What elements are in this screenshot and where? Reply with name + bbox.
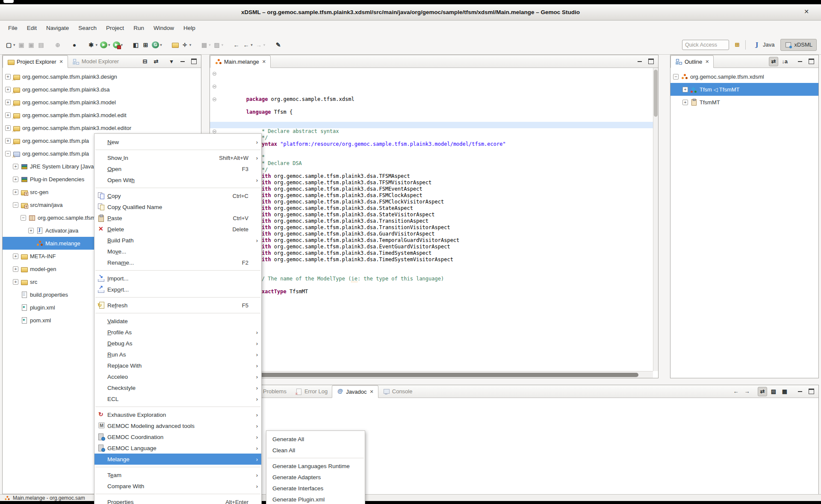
dropdown-chevron-icon[interactable]: ▾ — [160, 43, 162, 47]
expander-icon[interactable]: + — [13, 266, 18, 272]
menu-item[interactable]: Rename... F2 › — [95, 257, 261, 268]
code-editor[interactable]: package org.gemoc.sample.tfsm.xdsml lang… — [210, 68, 653, 371]
menu-item[interactable]: Exhaustive Exploration › — [95, 409, 261, 420]
menu-item[interactable]: Move... › — [95, 246, 261, 257]
menu-item[interactable]: Properties Alt+Enter › — [95, 496, 261, 504]
tree-item[interactable]: + org.gemoc.sample.tfsm.plaink3.dsa — [3, 83, 201, 96]
dropdown-chevron-icon[interactable]: ▾ — [221, 43, 224, 47]
outline-item[interactable]: − org.gemoc.sample.tfsm.xdsml — [670, 70, 818, 83]
expander-icon[interactable]: + — [13, 164, 18, 169]
minimize-button[interactable] — [635, 57, 644, 66]
menu-item[interactable]: Debug As › — [95, 338, 261, 349]
expander-icon[interactable]: + — [13, 279, 18, 285]
expander-icon[interactable]: + — [5, 112, 11, 118]
new-class-button[interactable]: G ▾ — [151, 39, 163, 50]
menu-item[interactable]: Copy Ctrl+C › — [95, 190, 261, 201]
menu-item[interactable]: Show In Shift+Alt+W › — [95, 152, 261, 163]
menu-item[interactable]: Import... › — [95, 273, 261, 284]
fold-icon[interactable] — [213, 85, 216, 88]
menubar-item[interactable]: File — [3, 22, 22, 34]
maximize-button[interactable] — [646, 57, 656, 66]
expander-icon[interactable]: + — [5, 138, 11, 144]
print-button[interactable]: ▤ — [37, 39, 46, 50]
forward-history-button[interactable]: → ▾ — [254, 39, 266, 50]
submenu-item[interactable]: Clean All — [266, 445, 365, 456]
expander-icon[interactable]: − — [21, 215, 26, 221]
menubar-item[interactable]: Window — [149, 22, 179, 34]
submenu-item[interactable]: Generate Interfaces — [266, 483, 365, 494]
menu-item[interactable]: Refresh F5 › — [95, 300, 261, 311]
menu-item[interactable]: Copy Qualified Name › — [95, 201, 261, 212]
back-history-button[interactable]: ← ▾ — [242, 39, 254, 50]
menubar-item[interactable]: Navigate — [41, 22, 74, 34]
menu-item[interactable]: GEMOC Modeling advanced tools › — [95, 420, 261, 431]
outline-item[interactable]: + Tfsm ◁ TfsmMT — [670, 83, 818, 96]
minimize-button[interactable] — [795, 387, 805, 396]
new-wizard-button[interactable]: ▢ ▾ — [4, 39, 16, 50]
expander-icon[interactable]: + — [5, 74, 11, 80]
menu-item[interactable]: Acceleo › — [95, 371, 261, 382]
editor-tab[interactable]: Main.melange ✕ — [210, 55, 271, 68]
quick-access-input[interactable] — [682, 40, 729, 50]
expander-icon[interactable]: − — [673, 74, 679, 80]
menubar-item[interactable]: Help — [179, 22, 200, 34]
menu-item[interactable]: Open F3 › — [95, 163, 261, 174]
pin-button[interactable]: ▨ — [769, 387, 778, 396]
menu-item[interactable]: Run As › — [95, 349, 261, 360]
osp-button[interactable]: ● — [70, 39, 79, 50]
dropdown-chevron-icon[interactable]: ▾ — [96, 43, 98, 47]
perspective-java-button[interactable]: Java — [749, 39, 779, 51]
maximize-button[interactable] — [806, 57, 816, 66]
expander-icon[interactable]: + — [682, 100, 688, 105]
tab[interactable]: Outline ✕ — [670, 55, 714, 68]
dropdown-chevron-icon[interactable]: ▾ — [209, 43, 211, 47]
expander-icon[interactable]: + — [5, 125, 11, 131]
forward-button[interactable]: → — [742, 387, 752, 396]
menu-item[interactable]: Open With › — [95, 174, 261, 186]
back-button[interactable]: ← — [731, 387, 741, 396]
close-icon[interactable]: ✕ — [262, 59, 266, 65]
open-type-button[interactable] — [171, 39, 180, 50]
menu-item[interactable]: Team › — [95, 469, 261, 480]
menu-item[interactable]: Melange › — [95, 454, 261, 465]
dropdown-chevron-icon[interactable]: ▾ — [251, 43, 253, 47]
menubar-item[interactable]: Run — [129, 22, 149, 34]
menu-item[interactable]: Profile As › — [95, 327, 261, 338]
submenu-item[interactable]: Generate Languages Runtime — [266, 460, 365, 472]
menu-item[interactable]: GEMOC Language › — [95, 442, 261, 454]
menubar-item[interactable]: Search — [74, 22, 101, 34]
submenu-item[interactable]: Generate Plugin.xml — [266, 494, 365, 504]
menu-item[interactable]: Validate › — [95, 315, 261, 327]
close-icon[interactable]: ✕ — [370, 389, 374, 395]
submenu-item[interactable]: Generate All — [266, 433, 365, 445]
menubar-item[interactable]: Project — [101, 22, 129, 34]
tab[interactable]: Javadoc ✕ — [332, 385, 378, 398]
minimize-button[interactable] — [795, 57, 805, 66]
expander-icon[interactable]: + — [28, 228, 34, 233]
run-button[interactable]: ▶ ▾ — [99, 39, 111, 50]
save-all-button[interactable]: ▣ — [27, 39, 36, 50]
dropdown-chevron-icon[interactable]: ▾ — [263, 43, 266, 47]
menu-item[interactable]: Export... › — [95, 284, 261, 295]
new-package-button[interactable]: ⊞ — [141, 39, 150, 50]
expander-icon[interactable]: − — [5, 151, 11, 156]
expander-icon[interactable]: + — [13, 253, 18, 259]
open-console-button[interactable]: ▩ — [780, 387, 789, 396]
tree-item[interactable]: + org.gemoc.sample.tfsm.plaink3.model.ed… — [3, 121, 201, 134]
hscroll-thumb[interactable] — [213, 373, 638, 377]
save-button[interactable]: ▣ — [17, 39, 26, 50]
open-perspective-button[interactable]: ⊞ — [732, 40, 742, 50]
perspective-xdsml-button[interactable]: xDSML — [780, 39, 817, 51]
mark-occurrences-button[interactable]: ✎ — [274, 39, 283, 50]
menubar-item[interactable]: Edit — [22, 22, 41, 34]
dropdown-chevron-icon[interactable]: ▾ — [121, 43, 123, 47]
close-icon[interactable]: ✕ — [705, 59, 709, 65]
debug-button[interactable]: ✱ ▾ — [87, 39, 99, 50]
expander-icon[interactable]: + — [682, 87, 688, 92]
menu-item[interactable]: New › — [95, 136, 261, 147]
menu-item[interactable]: Build Path › — [95, 235, 261, 246]
dropdown-chevron-icon[interactable]: ▾ — [108, 43, 110, 47]
expander-icon[interactable]: + — [5, 100, 11, 105]
fold-icon[interactable] — [213, 97, 216, 101]
expander-icon[interactable]: − — [13, 202, 18, 208]
